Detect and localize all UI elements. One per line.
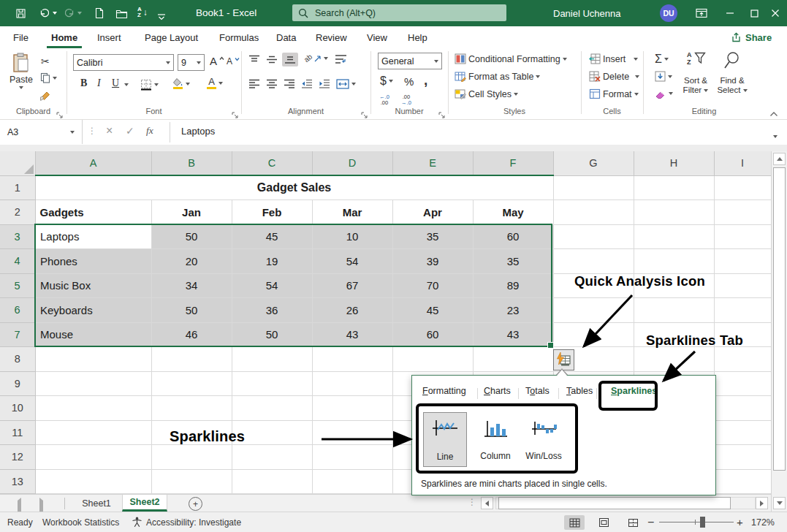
cell[interactable]: [714, 396, 771, 421]
format-painter-icon[interactable]: [39, 89, 52, 102]
new-file-icon[interactable]: [91, 4, 108, 23]
cell[interactable]: 89: [473, 273, 553, 298]
cell[interactable]: 34: [151, 273, 232, 298]
cell-styles-button[interactable]: Cell Styles: [455, 88, 518, 99]
tab-file[interactable]: File: [13, 26, 28, 48]
decrease-decimal-icon[interactable]: .00→.0: [398, 94, 415, 106]
formula-bar-content[interactable]: Laptops: [181, 126, 215, 137]
sort-filter-label[interactable]: Sort & Filter: [677, 76, 715, 95]
new-sheet-button[interactable]: +: [189, 497, 202, 511]
cell[interactable]: [634, 200, 714, 225]
cell[interactable]: Music Box: [35, 273, 151, 298]
column-header[interactable]: C: [232, 151, 312, 175]
cell[interactable]: 19: [232, 249, 312, 274]
vertical-scrollbar[interactable]: [771, 151, 787, 512]
cell[interactable]: 20: [151, 249, 232, 274]
cancel-icon[interactable]: ×: [106, 124, 113, 137]
cell[interactable]: [232, 396, 312, 421]
cell[interactable]: [714, 298, 771, 323]
cell[interactable]: [232, 347, 312, 372]
cell[interactable]: Feb: [232, 200, 312, 225]
cell[interactable]: Mar: [312, 200, 392, 225]
ribbon-display-options-icon[interactable]: [690, 0, 713, 26]
search-box[interactable]: [292, 4, 506, 21]
sparkline-column-button[interactable]: Column: [474, 414, 517, 466]
undo-icon[interactable]: [35, 4, 61, 23]
cell[interactable]: [714, 224, 771, 249]
save-icon[interactable]: [12, 4, 30, 23]
alignment-dialog-launcher[interactable]: [361, 108, 368, 115]
cell[interactable]: [553, 175, 634, 200]
close-button[interactable]: [764, 0, 787, 26]
tab-home[interactable]: Home: [51, 26, 77, 48]
select-all-corner[interactable]: [0, 151, 35, 175]
cell[interactable]: 50: [232, 322, 312, 347]
align-left-icon[interactable]: [248, 79, 260, 88]
cell[interactable]: 43: [473, 322, 553, 347]
qa-tab-sparklines[interactable]: Sparklines: [611, 386, 657, 396]
expand-formula-bar-icon[interactable]: [773, 129, 778, 142]
cell[interactable]: May: [473, 200, 553, 225]
fill-color-icon[interactable]: [172, 78, 190, 89]
column-header[interactable]: I: [714, 151, 771, 175]
cell[interactable]: [553, 200, 634, 225]
cell[interactable]: [312, 445, 392, 470]
row-header[interactable]: 2: [0, 200, 35, 225]
share-button[interactable]: Share: [725, 28, 778, 46]
find-select-icon[interactable]: [723, 51, 741, 70]
cell[interactable]: [714, 175, 771, 200]
cell[interactable]: Phones: [35, 249, 151, 274]
cell[interactable]: [634, 347, 714, 372]
cell[interactable]: [714, 445, 771, 470]
qa-tab-totals[interactable]: Totals: [525, 386, 550, 396]
tab-formulas[interactable]: Formulas: [219, 26, 259, 48]
page-break-view-button[interactable]: [623, 515, 643, 530]
row-header[interactable]: 6: [0, 298, 35, 323]
cell[interactable]: [553, 298, 634, 323]
row-header[interactable]: 11: [0, 420, 35, 445]
scroll-down-button[interactable]: [773, 497, 786, 509]
cell[interactable]: 46: [151, 322, 232, 347]
font-family-select[interactable]: Calibri: [73, 54, 174, 71]
cell[interactable]: [151, 445, 232, 470]
row-header[interactable]: 9: [0, 371, 35, 396]
column-header[interactable]: H: [634, 151, 714, 175]
cell[interactable]: [151, 371, 232, 396]
format-as-table-button[interactable]: Format as Table: [455, 71, 540, 82]
cell[interactable]: [35, 347, 151, 372]
scroll-up-button[interactable]: [773, 153, 786, 165]
cell[interactable]: [553, 224, 634, 249]
paste-button[interactable]: Paste: [6, 53, 37, 89]
conditional-formatting-button[interactable]: Conditional Formatting: [455, 53, 567, 64]
cell[interactable]: [151, 396, 232, 421]
decrease-indent-icon[interactable]: [301, 79, 313, 88]
cell[interactable]: 10: [312, 224, 392, 249]
cell[interactable]: [714, 347, 771, 372]
avatar[interactable]: DU: [660, 4, 677, 22]
increase-indent-icon[interactable]: [319, 79, 330, 88]
cell[interactable]: 54: [312, 249, 392, 274]
cell[interactable]: [634, 249, 714, 274]
quick-analysis-button[interactable]: [553, 349, 574, 370]
align-center-icon[interactable]: [266, 79, 278, 88]
zoom-in-button[interactable]: +: [737, 512, 743, 532]
cell[interactable]: 45: [232, 224, 312, 249]
row-header[interactable]: 10: [0, 396, 35, 421]
enter-icon[interactable]: ✓: [126, 125, 134, 137]
sheet-title-cell[interactable]: Gadget Sales: [35, 175, 553, 200]
column-header[interactable]: D: [312, 151, 392, 175]
sheet-tab-sheet1[interactable]: Sheet1: [72, 495, 121, 512]
cell[interactable]: [714, 420, 771, 445]
cell[interactable]: [553, 249, 634, 274]
column-header[interactable]: B: [151, 151, 232, 175]
align-right-icon[interactable]: [284, 79, 295, 88]
cell[interactable]: [35, 420, 151, 445]
accessibility-button[interactable]: Accessibility: Investigate: [132, 512, 241, 532]
cell[interactable]: [232, 371, 312, 396]
cell[interactable]: [714, 371, 771, 396]
cell[interactable]: 70: [392, 273, 473, 298]
format-cells-button[interactable]: Format: [589, 88, 639, 99]
cell[interactable]: [714, 469, 771, 494]
tab-page-layout[interactable]: Page Layout: [145, 26, 198, 48]
cell[interactable]: [312, 371, 392, 396]
